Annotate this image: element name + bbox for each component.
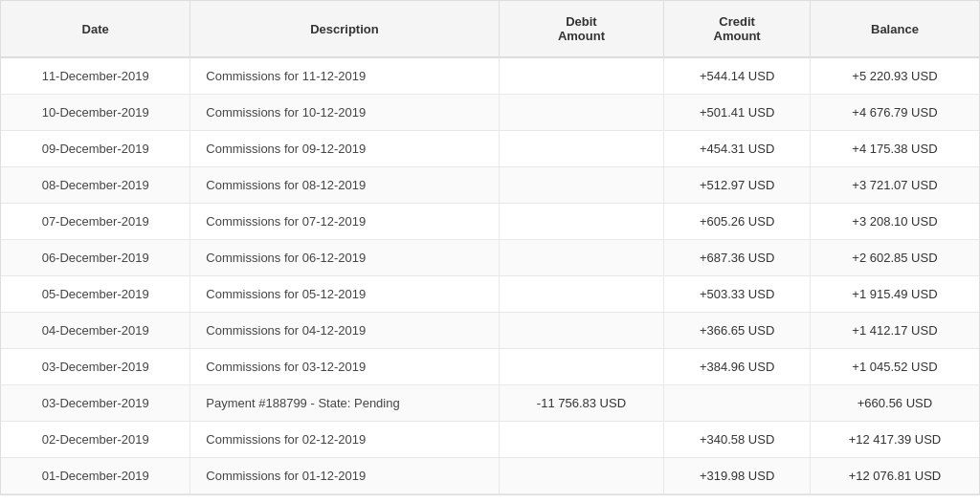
cell-balance: +4 175.38 USD (810, 131, 979, 167)
cell-debit (499, 167, 664, 204)
cell-balance: +12 417.39 USD (810, 422, 979, 458)
cell-description: Commissions for 10-12-2019 (190, 95, 499, 131)
cell-credit: +319.98 USD (664, 458, 811, 494)
cell-date: 04-December-2019 (1, 313, 190, 349)
cell-debit (499, 422, 664, 458)
cell-date: 11-December-2019 (1, 57, 190, 95)
cell-description: Commissions for 06-12-2019 (190, 240, 499, 276)
table-row: 11-December-2019Commissions for 11-12-20… (1, 57, 979, 95)
cell-description: Commissions for 03-12-2019 (190, 349, 499, 385)
cell-debit (499, 458, 664, 494)
cell-credit (664, 385, 811, 422)
cell-credit: +340.58 USD (664, 422, 811, 458)
cell-credit: +366.65 USD (664, 313, 811, 349)
table-row: 09-December-2019Commissions for 09-12-20… (1, 131, 979, 167)
cell-debit (499, 313, 664, 349)
table-header-row: Date Description DebitAmount CreditAmoun… (1, 1, 979, 57)
cell-debit (499, 95, 664, 131)
cell-date: 07-December-2019 (1, 204, 190, 240)
cell-date: 09-December-2019 (1, 131, 190, 167)
table-row: 10-December-2019Commissions for 10-12-20… (1, 95, 979, 131)
cell-description: Commissions for 04-12-2019 (190, 313, 499, 349)
cell-date: 01-December-2019 (1, 458, 190, 494)
header-description: Description (190, 1, 499, 57)
cell-balance: +3 208.10 USD (810, 204, 979, 240)
cell-date: 06-December-2019 (1, 240, 190, 276)
table-row: 03-December-2019Commissions for 03-12-20… (1, 349, 979, 385)
cell-balance: +3 721.07 USD (810, 167, 979, 204)
cell-date: 03-December-2019 (1, 349, 190, 385)
cell-balance: +1 915.49 USD (810, 276, 979, 313)
cell-credit: +605.26 USD (664, 204, 811, 240)
cell-balance: +5 220.93 USD (810, 57, 979, 95)
cell-credit: +501.41 USD (664, 95, 811, 131)
cell-date: 08-December-2019 (1, 167, 190, 204)
cell-credit: +384.96 USD (664, 349, 811, 385)
cell-balance: +2 602.85 USD (810, 240, 979, 276)
cell-balance: +660.56 USD (810, 385, 979, 422)
cell-debit (499, 131, 664, 167)
cell-credit: +687.36 USD (664, 240, 811, 276)
cell-description: Commissions for 01-12-2019 (190, 458, 499, 494)
cell-balance: +1 045.52 USD (810, 349, 979, 385)
cell-debit (499, 57, 664, 95)
table-row: 05-December-2019Commissions for 05-12-20… (1, 276, 979, 313)
cell-date: 03-December-2019 (1, 385, 190, 422)
header-balance: Balance (810, 1, 979, 57)
cell-description: Payment #188799 - State: Pending (190, 385, 499, 422)
cell-description: Commissions for 05-12-2019 (190, 276, 499, 313)
cell-credit: +454.31 USD (664, 131, 811, 167)
cell-credit: +544.14 USD (664, 57, 811, 95)
cell-debit: -11 756.83 USD (499, 385, 664, 422)
cell-description: Commissions for 08-12-2019 (190, 167, 499, 204)
cell-balance: +1 412.17 USD (810, 313, 979, 349)
cell-credit: +503.33 USD (664, 276, 811, 313)
transactions-table: Date Description DebitAmount CreditAmoun… (1, 1, 979, 494)
table-row: 06-December-2019Commissions for 06-12-20… (1, 240, 979, 276)
cell-description: Commissions for 07-12-2019 (190, 204, 499, 240)
cell-debit (499, 276, 664, 313)
transactions-table-container: Date Description DebitAmount CreditAmoun… (0, 0, 980, 495)
cell-date: 02-December-2019 (1, 422, 190, 458)
cell-date: 10-December-2019 (1, 95, 190, 131)
table-row: 08-December-2019Commissions for 08-12-20… (1, 167, 979, 204)
table-row: 04-December-2019Commissions for 04-12-20… (1, 313, 979, 349)
header-date: Date (1, 1, 190, 57)
cell-description: Commissions for 09-12-2019 (190, 131, 499, 167)
cell-description: Commissions for 02-12-2019 (190, 422, 499, 458)
cell-balance: +4 676.79 USD (810, 95, 979, 131)
table-row: 01-December-2019Commissions for 01-12-20… (1, 458, 979, 494)
table-row: 03-December-2019Payment #188799 - State:… (1, 385, 979, 422)
cell-description: Commissions for 11-12-2019 (190, 57, 499, 95)
header-credit-amount: CreditAmount (664, 1, 811, 57)
cell-debit (499, 240, 664, 276)
cell-debit (499, 204, 664, 240)
cell-date: 05-December-2019 (1, 276, 190, 313)
cell-balance: +12 076.81 USD (810, 458, 979, 494)
cell-credit: +512.97 USD (664, 167, 811, 204)
table-row: 07-December-2019Commissions for 07-12-20… (1, 204, 979, 240)
cell-debit (499, 349, 664, 385)
table-row: 02-December-2019Commissions for 02-12-20… (1, 422, 979, 458)
header-debit-amount: DebitAmount (499, 1, 664, 57)
